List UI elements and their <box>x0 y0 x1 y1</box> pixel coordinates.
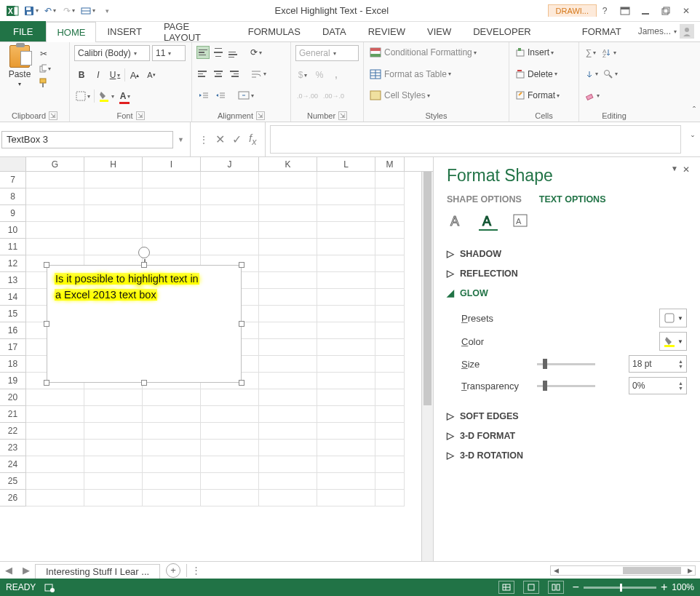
cell[interactable] <box>84 456 143 473</box>
resize-handle-s[interactable] <box>141 380 147 386</box>
cancel-formula-button[interactable]: ✕ <box>215 132 225 146</box>
col-header[interactable]: J <box>201 157 259 171</box>
cell[interactable] <box>143 239 201 255</box>
user-account[interactable]: James...▾ <box>632 21 700 41</box>
cell[interactable] <box>84 490 143 506</box>
row-header[interactable]: 11 <box>0 239 26 255</box>
cell-styles-button[interactable]: Cell Styles <box>368 88 431 103</box>
minimize-button[interactable] <box>637 3 653 19</box>
cell[interactable] <box>317 205 375 222</box>
accounting-format-button[interactable]: $ <box>295 68 310 82</box>
cell[interactable] <box>375 490 405 506</box>
cell[interactable] <box>201 222 259 239</box>
cell[interactable] <box>375 373 405 389</box>
enter-formula-button[interactable]: ✓ <box>232 132 242 146</box>
cell[interactable] <box>375 272 405 289</box>
resize-handle-n[interactable] <box>141 262 147 268</box>
help-button[interactable]: ? <box>597 3 613 19</box>
font-dialog-launcher[interactable]: ⇲ <box>136 111 145 120</box>
cell[interactable] <box>201 473 259 490</box>
paste-button[interactable]: Paste ▾ <box>4 45 35 87</box>
cell[interactable] <box>259 456 317 473</box>
row-header[interactable]: 20 <box>0 389 26 406</box>
cell[interactable] <box>26 239 84 255</box>
row-header[interactable]: 7 <box>0 172 26 188</box>
copy-button[interactable] <box>38 63 52 74</box>
cell[interactable] <box>259 306 317 322</box>
cell[interactable] <box>201 239 259 255</box>
cell[interactable] <box>26 406 84 423</box>
fill-color-button[interactable] <box>97 89 116 103</box>
row-header[interactable]: 21 <box>0 406 26 423</box>
cell[interactable] <box>84 423 143 440</box>
cell[interactable] <box>143 389 201 406</box>
cell[interactable] <box>26 490 84 506</box>
cell[interactable] <box>317 339 375 356</box>
cell[interactable] <box>84 222 143 239</box>
cell[interactable] <box>375 339 405 356</box>
resize-handle-sw[interactable] <box>44 380 49 386</box>
row-header[interactable]: 16 <box>0 322 26 339</box>
select-all-corner[interactable] <box>0 157 26 171</box>
soft-edges-section[interactable]: ▷SOFT EDGES <box>447 410 687 421</box>
shadow-section[interactable]: ▷SHADOW <box>447 248 687 259</box>
pane-close-button[interactable]: ✕ <box>683 164 690 175</box>
italic-button[interactable]: I <box>91 68 106 82</box>
pane-menu-button[interactable]: ▼ <box>671 164 678 175</box>
formula-bar[interactable] <box>270 125 681 154</box>
alignment-dialog-launcher[interactable]: ⇲ <box>256 111 265 120</box>
sheet-nav-next[interactable]: ▶ <box>17 565 35 576</box>
row-header[interactable]: 10 <box>0 222 26 239</box>
glow-section[interactable]: ◢GLOW <box>447 287 687 298</box>
worksheet-grid[interactable]: G H I J K L M 78910111213141516171819202… <box>0 157 434 561</box>
resize-handle-nw[interactable] <box>44 262 49 268</box>
cell[interactable] <box>375 473 405 490</box>
zoom-slider[interactable] <box>584 587 656 589</box>
align-top-button[interactable] <box>196 46 210 59</box>
find-select-button[interactable] <box>602 67 619 82</box>
cell[interactable] <box>143 490 201 506</box>
glow-color-button[interactable]: ▼ <box>659 332 687 351</box>
cell[interactable] <box>143 205 201 222</box>
cell[interactable] <box>317 490 375 506</box>
cell[interactable] <box>143 406 201 423</box>
cell[interactable] <box>201 440 259 456</box>
save-button[interactable] <box>23 4 40 18</box>
cell[interactable] <box>84 406 143 423</box>
cell[interactable] <box>143 440 201 456</box>
col-header[interactable]: K <box>259 157 317 171</box>
cell[interactable] <box>259 406 317 423</box>
resize-handle-e[interactable] <box>239 321 244 327</box>
cell[interactable] <box>259 239 317 255</box>
expand-formula-bar-button[interactable]: ˇ <box>685 122 700 156</box>
cell[interactable] <box>317 255 375 272</box>
number-dialog-launcher[interactable]: ⇲ <box>338 111 347 120</box>
cell[interactable] <box>317 423 375 440</box>
zoom-in-button[interactable]: + <box>661 581 667 594</box>
align-middle-button[interactable] <box>212 46 225 59</box>
cell[interactable] <box>201 490 259 506</box>
sheet-tab-active[interactable]: Interesting Stuff I Lear ... <box>35 564 160 579</box>
borders-button[interactable] <box>74 89 92 103</box>
align-right-button[interactable] <box>227 68 240 81</box>
font-color-button[interactable]: A <box>118 89 132 103</box>
cell[interactable] <box>84 389 143 406</box>
cell[interactable] <box>375 322 405 339</box>
cell[interactable] <box>259 490 317 506</box>
wrap-text-button[interactable] <box>249 67 268 82</box>
cell[interactable] <box>317 322 375 339</box>
text-effects-icon[interactable]: A <box>479 212 498 231</box>
3d-rotation-section[interactable]: ▷3-D ROTATION <box>447 450 687 461</box>
row-header[interactable]: 23 <box>0 440 26 456</box>
macro-record-icon[interactable] <box>44 582 55 592</box>
scroll-thumb[interactable] <box>423 172 431 405</box>
qat-custom-button[interactable] <box>79 4 97 18</box>
cell[interactable] <box>26 440 84 456</box>
textbox-content[interactable]: Is it possible to highlight text in a Ex… <box>47 266 241 309</box>
clear-button[interactable] <box>584 88 601 103</box>
cell[interactable] <box>375 423 405 440</box>
cell[interactable] <box>317 172 375 188</box>
cell[interactable] <box>259 356 317 373</box>
restore-button[interactable] <box>658 3 674 19</box>
cell[interactable] <box>84 239 143 255</box>
